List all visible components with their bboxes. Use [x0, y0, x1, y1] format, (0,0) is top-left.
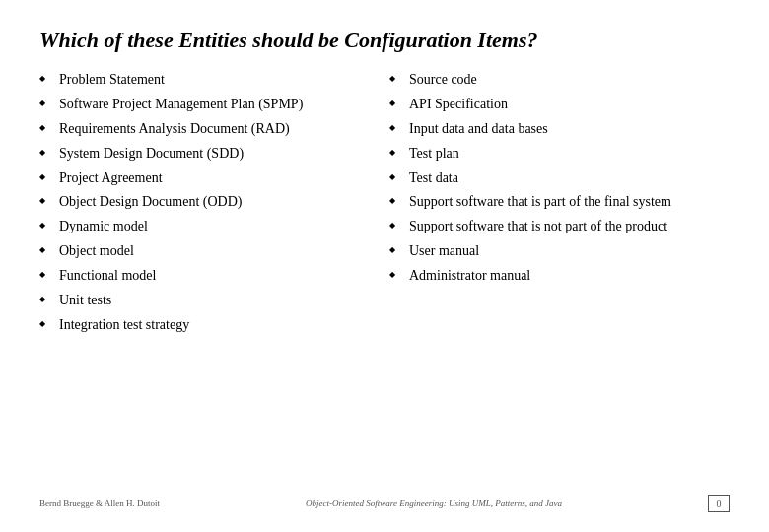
- bullet-icon: ◆: [389, 172, 405, 183]
- bullet-text: Test data: [409, 169, 730, 188]
- bullet-icon: ◆: [39, 295, 55, 305]
- right-bullet-item: ◆API Specification: [389, 96, 730, 114]
- bullet-icon: ◆: [39, 99, 55, 109]
- bullet-icon: ◆: [389, 270, 405, 281]
- right-bullet-item: ◆Test data: [389, 169, 730, 188]
- bullet-text: Support software that is not part of the…: [409, 218, 730, 236]
- bullet-icon: ◆: [39, 221, 55, 232]
- bullet-icon: ◆: [39, 245, 55, 256]
- left-bullet-item: ◆Requirements Analysis Document (RAD): [39, 120, 380, 139]
- bullet-text: System Design Document (SDD): [59, 145, 380, 164]
- left-bullet-item: ◆Unit tests: [39, 292, 380, 310]
- right-bullet-item: ◆User manual: [389, 242, 730, 261]
- bullet-text: User manual: [409, 242, 730, 261]
- bullet-icon: ◆: [389, 74, 405, 85]
- bullet-text: Object model: [59, 242, 380, 261]
- bullet-text: Functional model: [59, 267, 380, 286]
- right-bullet-item: ◆Input data and data bases: [389, 120, 730, 139]
- bullet-text: Unit tests: [59, 292, 380, 310]
- left-bullet-item: ◆Object Design Document (ODD): [39, 193, 380, 212]
- footer-center-text: Object-Oriented Software Engineering: Us…: [306, 499, 562, 508]
- left-bullet-item: ◆Problem Statement: [39, 71, 380, 90]
- left-bullet-item: ◆Functional model: [39, 267, 380, 286]
- bullet-icon: ◆: [39, 123, 55, 134]
- page: Which of these Entities should be Config…: [0, 0, 769, 532]
- right-bullet-item: ◆Administrator manual: [389, 267, 730, 286]
- content-area: ◆Problem Statement◆Software Project Mana…: [39, 71, 730, 483]
- bullet-text: Integration test strategy: [59, 316, 380, 335]
- bullet-text: Test plan: [409, 145, 730, 164]
- bullet-text: Project Agreement: [59, 169, 380, 188]
- bullet-icon: ◆: [389, 196, 405, 207]
- bullet-icon: ◆: [39, 148, 55, 159]
- bullet-text: Object Design Document (ODD): [59, 193, 380, 212]
- left-column: ◆Problem Statement◆Software Project Mana…: [39, 71, 380, 483]
- left-bullet-item: ◆System Design Document (SDD): [39, 145, 380, 164]
- bullet-icon: ◆: [39, 74, 55, 85]
- left-bullet-item: ◆Project Agreement: [39, 169, 380, 188]
- page-number: 0: [708, 495, 730, 512]
- bullet-text: Software Project Management Plan (SPMP): [59, 96, 380, 114]
- left-bullet-item: ◆Object model: [39, 242, 380, 261]
- bullet-text: Source code: [409, 71, 730, 90]
- right-bullet-item: ◆Support software that is part of the fi…: [389, 193, 730, 212]
- left-bullet-item: ◆Software Project Management Plan (SPMP): [39, 96, 380, 114]
- footer: Bernd Bruegge & Allen H. Dutoit Object-O…: [39, 491, 730, 512]
- bullet-icon: ◆: [389, 99, 405, 109]
- left-bullet-item: ◆Dynamic model: [39, 218, 380, 236]
- bullet-icon: ◆: [39, 196, 55, 207]
- bullet-icon: ◆: [39, 270, 55, 281]
- right-bullet-item: ◆Test plan: [389, 145, 730, 164]
- bullet-text: Dynamic model: [59, 218, 380, 236]
- left-bullet-item: ◆Integration test strategy: [39, 316, 380, 335]
- right-bullet-item: ◆Support software that is not part of th…: [389, 218, 730, 236]
- bullet-text: Requirements Analysis Document (RAD): [59, 120, 380, 139]
- bullet-text: Problem Statement: [59, 71, 380, 90]
- bullet-text: Input data and data bases: [409, 120, 730, 139]
- page-title: Which of these Entities should be Config…: [39, 28, 730, 53]
- right-column: ◆Source code◆API Specification◆Input dat…: [389, 71, 730, 483]
- bullet-text: API Specification: [409, 96, 730, 114]
- bullet-icon: ◆: [389, 221, 405, 232]
- footer-left-text: Bernd Bruegge & Allen H. Dutoit: [39, 499, 160, 508]
- bullet-text: Administrator manual: [409, 267, 730, 286]
- right-bullet-item: ◆Source code: [389, 71, 730, 90]
- bullet-icon: ◆: [39, 319, 55, 330]
- bullet-icon: ◆: [39, 172, 55, 183]
- bullet-icon: ◆: [389, 245, 405, 256]
- bullet-icon: ◆: [389, 148, 405, 159]
- bullet-text: Support software that is part of the fin…: [409, 193, 730, 212]
- bullet-icon: ◆: [389, 123, 405, 134]
